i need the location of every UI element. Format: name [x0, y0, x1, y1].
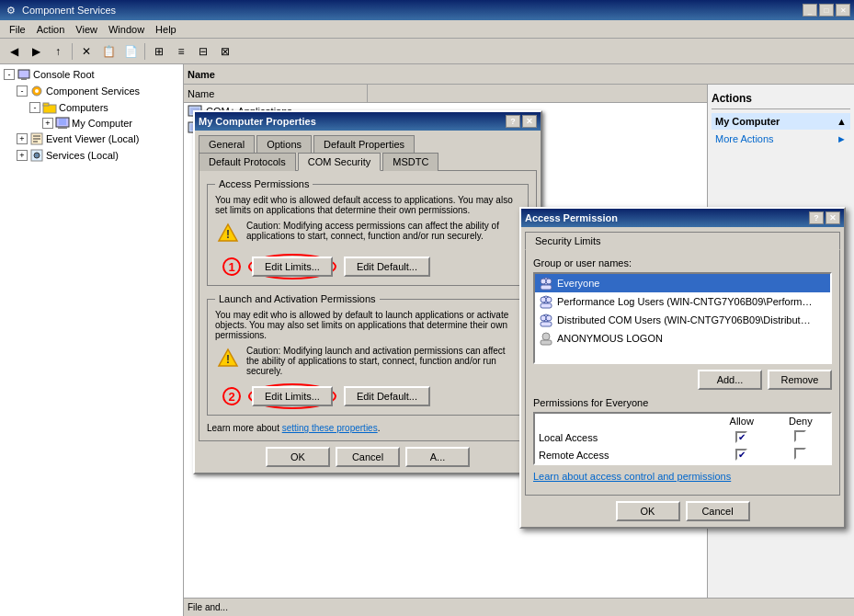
tree-expand-console-root[interactable]: - [4, 69, 15, 80]
svg-point-27 [541, 279, 546, 284]
props-dialog-help-button[interactable]: ? [506, 115, 520, 128]
view-button1[interactable]: ⊞ [149, 41, 169, 62]
access-number: 1 [222, 257, 241, 276]
svg-point-3 [35, 89, 39, 93]
back-button[interactable]: ◀ [4, 41, 24, 62]
access-perm-cancel-button[interactable]: Cancel [686, 501, 750, 521]
props-footer-link[interactable]: setting these properties [282, 423, 378, 433]
props-dialog-close-button[interactable]: ✕ [522, 115, 537, 128]
tab-options[interactable]: Options [256, 135, 312, 153]
access-permissions-legend: Access Permissions [215, 178, 313, 189]
view-button2[interactable]: ≡ [171, 41, 191, 62]
tab-msdtc[interactable]: MSDTC [382, 153, 438, 171]
tree-expand-my-computer[interactable]: + [42, 118, 53, 129]
component-services-icon [29, 84, 44, 98]
perm-deny-checkbox-0[interactable] [794, 430, 806, 442]
tree-item-console-root[interactable]: - Console Root [2, 66, 181, 83]
tree-expand-services[interactable]: + [17, 150, 28, 161]
props-apply-button[interactable]: A... [405, 447, 470, 467]
menu-bar: File Action View Window Help [0, 20, 854, 39]
perm-deny-checkbox-1[interactable] [794, 448, 806, 460]
access-edit-default-button[interactable]: Edit Default... [344, 257, 430, 277]
launch-permissions-fieldset: Launch and Activation Permissions You ma… [207, 293, 529, 416]
remove-user-button[interactable]: Remove [768, 370, 832, 390]
props-footer-post: . [378, 423, 381, 433]
svg-text:!: ! [226, 228, 230, 241]
user-list-item-0[interactable]: Everyone [535, 274, 830, 292]
copy-button[interactable]: 📋 [98, 41, 119, 62]
svg-rect-1 [21, 78, 27, 80]
launch-permissions-desc: You may edit who is allowed by default t… [215, 310, 520, 340]
menu-file[interactable]: File [4, 22, 31, 37]
maximize-button[interactable]: □ [819, 4, 834, 17]
up-button[interactable]: ↑ [48, 41, 68, 62]
menu-action[interactable]: Action [31, 22, 71, 37]
user-list-item-3[interactable]: ANONYMOUS LOGON [535, 329, 830, 348]
launch-edit-default-button[interactable]: Edit Default... [344, 386, 430, 406]
close-button[interactable]: ✕ [836, 4, 850, 17]
perm-allow-checkbox-1[interactable]: ✔ [735, 449, 747, 461]
svg-point-36 [546, 315, 552, 321]
launch-edit-limits-oval: Edit Limits... [248, 383, 336, 409]
access-perm-help-button[interactable]: ? [809, 211, 824, 224]
forward-button[interactable]: ▶ [26, 41, 46, 62]
tab-default-protocols[interactable]: Default Protocols [199, 153, 296, 171]
perm-table-header: Allow Deny [535, 414, 830, 428]
launch-edit-limits-button[interactable]: Edit Limits... [252, 386, 333, 406]
tab-security-limits[interactable]: Security Limits [525, 232, 840, 250]
perm-allow-0[interactable]: ✔ [712, 428, 771, 446]
tree-item-event-viewer[interactable]: + Event Viewer (Local) [2, 131, 181, 147]
toolbar: ◀ ▶ ↑ ✕ 📋 📄 ⊞ ≡ ⊟ ⊠ [0, 39, 854, 64]
delete-button[interactable]: ✕ [76, 41, 97, 62]
access-perm-footer-link[interactable]: Learn about access control and permissio… [533, 471, 731, 482]
name-bar-label: Name [188, 69, 215, 80]
access-edit-limits-button[interactable]: Edit Limits... [252, 257, 333, 277]
menu-view[interactable]: View [70, 22, 103, 37]
tree-item-services[interactable]: + Services (Local) [2, 147, 181, 164]
title-bar: ⚙ Component Services _ □ ✕ [0, 0, 854, 20]
perm-allow-1[interactable]: ✔ [712, 446, 771, 463]
tab-default-properties[interactable]: Default Properties [313, 135, 415, 153]
user-icon-1 [539, 294, 553, 309]
perm-deny-0[interactable] [771, 428, 830, 446]
actions-more-arrow: ► [837, 133, 847, 144]
title-bar-left: ⚙ Component Services [4, 3, 116, 17]
perm-col-name [535, 414, 712, 428]
access-perm-ok-button[interactable]: OK [616, 501, 680, 521]
user-list-item-2[interactable]: Distributed COM Users (WIN-CNTG7Y06B09\D… [535, 311, 830, 329]
actions-section-title[interactable]: My Computer ▲ [712, 113, 850, 130]
tree-label-component-services: Component Services [46, 86, 140, 97]
paste-button[interactable]: 📄 [120, 41, 141, 62]
tree-expand-component-services[interactable]: - [17, 86, 28, 97]
tree-item-component-services[interactable]: - Component Services [2, 83, 181, 99]
menu-window[interactable]: Window [103, 22, 150, 37]
status-text: File and... [188, 602, 228, 612]
add-user-button[interactable]: Add... [698, 370, 762, 390]
user-label-1: Performance Log Users (WIN-CNTG7Y06B09\P… [557, 296, 814, 307]
view-button4[interactable]: ⊠ [215, 41, 235, 62]
access-perm-user-buttons: Add... Remove [533, 370, 832, 390]
access-perm-close-button[interactable]: ✕ [826, 211, 840, 224]
access-permissions-fieldset: Access Permissions You may edit who is a… [207, 178, 529, 286]
props-cancel-button[interactable]: Cancel [336, 447, 400, 467]
tree-item-my-computer[interactable]: + My Computer [2, 116, 181, 131]
launch-caution-text: Caution: Modifying launch and activation… [246, 346, 520, 376]
perm-allow-checkbox-0[interactable]: ✔ [735, 431, 747, 443]
access-perm-dialog-title-bar: Access Permission ? ✕ [521, 209, 844, 227]
svg-point-37 [542, 333, 550, 340]
props-ok-button[interactable]: OK [266, 447, 330, 467]
user-list-item-1[interactable]: Performance Log Users (WIN-CNTG7Y06B09\P… [535, 292, 830, 311]
tab-general[interactable]: General [199, 135, 255, 153]
perm-deny-1[interactable] [771, 446, 830, 463]
access-perm-content: Group or user names: Everyone [525, 249, 840, 496]
svg-point-31 [541, 297, 546, 302]
tab-com-security[interactable]: COM Security [298, 153, 381, 171]
svg-point-32 [546, 297, 552, 302]
tree-item-computers[interactable]: - Computers [2, 99, 181, 116]
tree-expand-computers[interactable]: - [29, 102, 40, 113]
actions-more-actions[interactable]: More Actions ► [712, 131, 850, 146]
view-button3[interactable]: ⊟ [193, 41, 213, 62]
menu-help[interactable]: Help [150, 22, 182, 37]
minimize-button[interactable]: _ [803, 4, 817, 17]
tree-expand-event-viewer[interactable]: + [17, 133, 28, 144]
